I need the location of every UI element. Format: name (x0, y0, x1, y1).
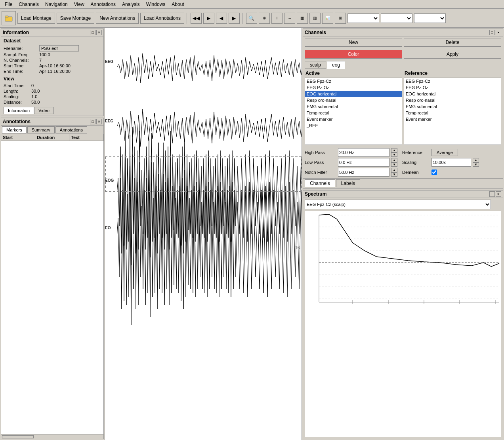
grid2-icon[interactable]: ▥ (309, 13, 321, 24)
highpass-spin-down[interactable]: ▼ (391, 152, 397, 157)
nav-step-back-icon[interactable]: ◀ (216, 13, 227, 24)
save-montage-btn[interactable]: Save Montage (57, 13, 94, 24)
menu-windows[interactable]: Windows (143, 1, 169, 8)
active-channel-item[interactable]: EOG horizontal (305, 91, 402, 97)
reference-channel-item[interactable]: Event marker (404, 116, 501, 122)
reference-channel-item[interactable]: Resp oro-nasal (404, 97, 501, 103)
active-channel-list[interactable]: EEG Fpz-CzEEG Pz-OzEOG horizontalResp or… (305, 78, 402, 145)
delete-channel-btn[interactable]: Delete (404, 38, 501, 47)
tab-video[interactable]: Video (34, 107, 54, 114)
active-channel-item[interactable]: EMG submental (305, 103, 402, 110)
spectrum-header: Spectrum □ × (303, 190, 503, 198)
reference-col: Reference EEG Fpz-CzEEG Pz-OzEOG horizon… (404, 70, 501, 145)
scaling-spin-up[interactable]: ▲ (473, 158, 479, 162)
notch-spin-up[interactable]: ▲ (391, 168, 397, 172)
tab-eog[interactable]: eog (327, 61, 345, 69)
lowpass-input[interactable] (338, 158, 389, 167)
lowpass-spin-down[interactable]: ▼ (391, 162, 397, 167)
menu-channels[interactable]: Channels (15, 1, 42, 8)
menu-navigation[interactable]: Navigation (42, 1, 71, 8)
view-distance-label: Distance: (4, 100, 31, 105)
grid-icon[interactable]: ▦ (297, 13, 308, 24)
reference-channel-item[interactable]: EOG horizontal (404, 91, 501, 97)
active-channel-item[interactable]: _REF (305, 122, 402, 129)
zoom-plus-icon[interactable]: + (271, 13, 283, 24)
toolbar-dropdown1[interactable] (347, 13, 379, 23)
tab-channels-bottom[interactable]: Channels (305, 179, 335, 187)
menu-about[interactable]: About (168, 1, 187, 8)
tab-information[interactable]: Information (4, 107, 34, 114)
ch-tabs: scalp eog (303, 60, 503, 70)
zoom-minus-icon[interactable]: − (284, 13, 295, 24)
load-annotations-btn[interactable]: Load Annotations (140, 13, 184, 24)
demean-checkbox[interactable] (431, 170, 437, 175)
new-annotations-btn[interactable]: New Annotations (96, 13, 139, 24)
active-channel-item[interactable]: Temp rectal (305, 110, 402, 116)
active-channel-item[interactable]: Resp oro-nasal (305, 97, 402, 103)
ch-btn-row1: New Delete (303, 36, 503, 48)
info-minimize-btn[interactable]: □ (90, 30, 95, 35)
toolbar-dropdown3[interactable] (414, 13, 446, 23)
info-panel-title: Information (3, 30, 29, 35)
ch-bottom-tabs: Channels Labels (303, 178, 503, 188)
view-section-title: View (4, 76, 101, 82)
scaling-input[interactable] (431, 158, 471, 167)
active-channel-item[interactable]: EEG Pz-Oz (305, 84, 402, 91)
menu-view[interactable]: View (71, 1, 88, 8)
ch-minimize-btn[interactable]: □ (489, 30, 495, 35)
reference-btn[interactable]: Average (431, 149, 458, 156)
reference-channel-item[interactable]: EEG Fpz-Cz (404, 78, 501, 84)
spectrum-icon[interactable]: 📊 (322, 13, 333, 24)
tab-annotations[interactable]: Annotations (55, 126, 87, 133)
toolbar-dropdown2[interactable] (381, 13, 412, 23)
nav-play-icon[interactable]: ▶ (229, 13, 240, 24)
apply-btn[interactable]: Apply (404, 50, 501, 59)
tab-markers[interactable]: Markers (2, 126, 27, 133)
menu-file[interactable]: File (2, 1, 15, 8)
table-icon[interactable]: ⊞ (335, 13, 346, 24)
notch-input[interactable] (338, 168, 389, 177)
ch-close-btn[interactable]: × (496, 30, 501, 35)
right-panel: Channels □ × New Delete Color Apply scal… (302, 28, 504, 440)
ann-scrollbar[interactable] (1, 434, 103, 439)
spectrum-channel-select[interactable]: EEG Fpz-Cz (scalp) (305, 200, 491, 209)
zoom-in-icon[interactable]: 🔍 (246, 13, 257, 24)
channel-label-eo2: EO (105, 226, 117, 230)
ann-minimize-btn[interactable]: □ (90, 119, 95, 124)
tab-labels-bottom[interactable]: Labels (336, 179, 360, 187)
reference-channel-item[interactable]: EEG Pz-Oz (404, 84, 501, 91)
nav-prev-icon[interactable]: ▶ (203, 13, 214, 24)
view-length-label: Length: (4, 89, 31, 93)
color-btn[interactable]: Color (305, 50, 402, 59)
tab-scalp[interactable]: scalp (305, 61, 326, 69)
scaling-spin-down[interactable]: ▼ (473, 162, 479, 167)
notch-spin-down[interactable]: ▼ (391, 172, 397, 177)
menu-analysis[interactable]: Analysis (119, 1, 143, 8)
new-channel-btn[interactable]: New (305, 38, 402, 47)
view-distance-value: 50.0 (31, 100, 40, 105)
highpass-input[interactable] (338, 148, 389, 157)
samplfreq-value: 100.0 (39, 52, 50, 57)
spectrum-minimize-btn[interactable]: □ (489, 191, 495, 197)
zoom-fit-icon[interactable]: ⊕ (259, 13, 270, 24)
notch-row: Notch Filter ▲ ▼ Demean (305, 168, 501, 177)
starttime-value: Apr-10 16:50:00 (39, 63, 71, 68)
menu-annotations[interactable]: Annotations (88, 1, 119, 8)
spectrum-close-btn[interactable]: × (496, 191, 501, 197)
active-channel-item[interactable]: EEG Fpz-Cz (305, 78, 402, 84)
tab-summary[interactable]: Summary (27, 126, 55, 133)
filename-row: Filename: PSG.edf (4, 45, 101, 51)
view-distance-row: Distance: 50.0 (4, 100, 101, 105)
reference-channel-list[interactable]: EEG Fpz-CzEEG Pz-OzEOG horizontalResp or… (404, 78, 501, 145)
toolbar-open-icon[interactable] (2, 11, 16, 25)
reference-channel-item[interactable]: Temp rectal (404, 110, 501, 116)
highpass-spin-up[interactable]: ▲ (391, 148, 397, 152)
nav-back-icon[interactable]: ◀◀ (191, 13, 202, 24)
endtime-value: Apr-11 16:20:00 (39, 69, 71, 74)
reference-channel-item[interactable]: EMG submental (404, 103, 501, 110)
info-close-btn[interactable]: × (96, 30, 102, 35)
active-channel-item[interactable]: Event marker (305, 116, 402, 122)
lowpass-spin-up[interactable]: ▲ (391, 158, 397, 162)
load-montage-btn[interactable]: Load Montage (17, 13, 55, 24)
ann-close-btn[interactable]: × (96, 119, 102, 124)
